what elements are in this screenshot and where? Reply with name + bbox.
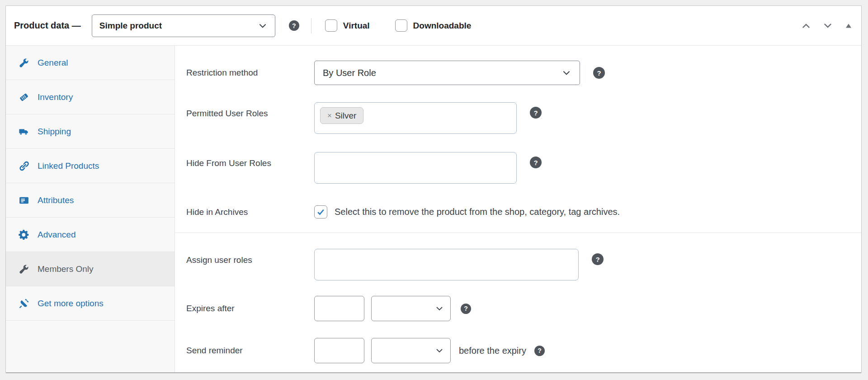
tab-label: Attributes [38,195,74,205]
remove-tag-icon[interactable]: × [327,112,332,119]
tab-attributes[interactable]: Attributes [6,183,175,218]
tab-shipping[interactable]: Shipping [6,114,175,149]
restriction-method-select[interactable]: By User Role [314,61,580,85]
hide-from-user-roles-help-icon[interactable]: ? [530,157,542,168]
role-tag-label: Silver [335,111,357,120]
wrench-icon [19,264,29,275]
tab-members-only[interactable]: Members Only [6,252,175,286]
tab-label: Inventory [38,92,73,102]
hide-from-user-roles-label: Hide From User Roles [186,152,314,169]
restriction-method-row: Restriction method By User Role ? [186,61,861,85]
hide-from-user-roles-row: Hide From User Roles ? [186,152,861,184]
tab-general[interactable]: General [6,46,175,80]
expires-after-row: Expires after ? [186,296,861,321]
send-reminder-row: Send reminder before the expiry ? [186,338,861,363]
downloadable-label: Downloadable [413,21,472,31]
virtual-checkbox[interactable] [325,19,337,32]
send-reminder-help-icon[interactable]: ? [534,346,545,356]
send-reminder-suffix: before the expiry [459,346,526,356]
move-down-icon[interactable] [822,20,833,31]
product-data-tabs: General Inventory Shipping Linked Produc… [6,46,175,372]
chevron-down-icon [435,346,444,355]
collapse-toggle-icon[interactable] [845,22,852,29]
tab-inventory[interactable]: Inventory [6,80,175,114]
expires-after-help-icon[interactable]: ? [461,304,471,314]
tab-label: Get more options [38,299,104,309]
expires-after-label: Expires after [186,303,314,314]
chevron-down-icon [561,68,571,78]
metabox-body: General Inventory Shipping Linked Produc… [6,46,861,372]
product-type-help-icon[interactable]: ? [289,20,299,31]
page-title: Product data — [14,20,81,31]
permitted-user-roles-label: Permitted User Roles [186,102,314,119]
tab-advanced[interactable]: Advanced [6,218,175,252]
metabox-actions [801,20,852,31]
hide-in-archives-label: Hide in Archives [186,207,314,218]
link-icon [19,161,29,171]
expires-after-amount-input[interactable] [314,296,364,321]
chevron-down-icon [435,304,444,313]
restriction-method-label: Restriction method [186,67,314,78]
tab-linked-products[interactable]: Linked Products [6,149,175,183]
virtual-label: Virtual [343,21,370,31]
tag-icon [19,92,29,103]
move-up-icon[interactable] [801,20,811,31]
tab-label: General [38,58,68,68]
tab-label: Linked Products [38,161,99,171]
tab-label: Shipping [38,127,71,137]
tab-label: Advanced [38,230,76,240]
send-reminder-label: Send reminder [186,345,314,356]
assign-user-roles-row: Assign user roles ? [186,249,861,280]
product-type-select[interactable]: Simple product [92,14,275,37]
hide-from-user-roles-input[interactable] [314,152,517,184]
permitted-user-roles-row: Permitted User Roles × Silver ? [186,102,861,134]
restriction-method-help-icon[interactable]: ? [593,67,605,79]
truck-icon [19,126,29,137]
product-type-value: Simple product [99,21,258,31]
permitted-user-roles-input[interactable]: × Silver [314,102,517,134]
checkmark-icon [316,207,326,217]
send-reminder-amount-input[interactable] [314,338,364,363]
hide-in-archives-description: Select this to remove the product from t… [335,207,620,217]
metabox-header: Product data — Simple product ? Virtual … [6,6,861,46]
plug-icon [19,298,29,309]
header-divider [311,18,311,33]
permitted-user-roles-help-icon[interactable]: ? [530,107,542,119]
send-reminder-unit-select[interactable] [371,338,451,363]
hide-in-archives-row: Hide in Archives Select this to remove t… [186,205,861,218]
restriction-method-value: By User Role [323,68,561,78]
tab-label: Members Only [38,264,94,274]
members-only-panel: Restriction method By User Role ? Permit… [175,46,861,372]
list-card-icon [19,195,29,206]
assign-user-roles-input[interactable] [314,249,579,280]
gear-icon [19,229,29,240]
role-tag-silver: × Silver [320,107,363,124]
wrench-icon [19,57,29,68]
downloadable-checkbox[interactable] [395,19,407,32]
chevron-down-icon [258,21,268,31]
assign-user-roles-label: Assign user roles [186,249,314,266]
section-divider [175,233,861,233]
product-data-metabox: Product data — Simple product ? Virtual … [5,5,862,373]
assign-user-roles-help-icon[interactable]: ? [592,253,604,265]
tab-get-more-options[interactable]: Get more options [6,286,175,321]
hide-in-archives-checkbox[interactable] [314,205,327,218]
expires-after-unit-select[interactable] [371,296,451,321]
